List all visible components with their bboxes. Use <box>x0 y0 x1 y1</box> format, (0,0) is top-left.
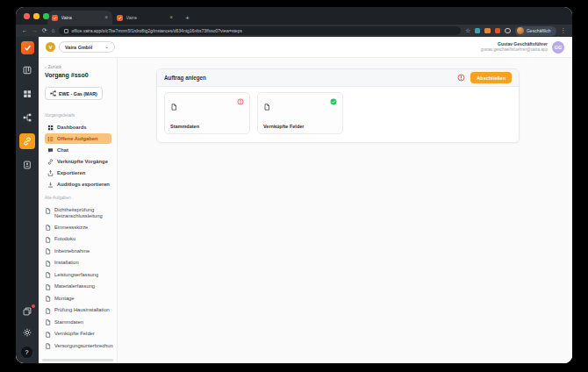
new-tab-button[interactable] <box>182 12 193 24</box>
close-tab-icon[interactable] <box>169 15 173 21</box>
tab-title: Vaira <box>61 15 102 20</box>
tab-list: Vaira Vaira <box>47 11 193 25</box>
help-button[interactable] <box>20 346 33 359</box>
tab-vaira-inactive[interactable]: Vaira <box>112 11 177 25</box>
forward-icon[interactable] <box>32 28 39 34</box>
task-item[interactable]: Leistungserfassung <box>45 269 113 282</box>
rail-updates-button[interactable] <box>19 304 35 319</box>
task-item[interactable]: Materialerfassung <box>45 281 113 293</box>
document-icon <box>170 104 177 111</box>
back-label: Zurück <box>48 64 61 69</box>
card-label: Vernküpfte Felder <box>263 124 304 129</box>
rail-contacts-button[interactable] <box>19 157 35 173</box>
profile-label: Geschäftlich <box>527 28 551 33</box>
process-title: Vorgang #sso0 <box>45 72 113 78</box>
rail-settings-button[interactable] <box>19 325 35 340</box>
apps-grid-icon <box>23 89 32 98</box>
task-card-vernkuepfte-felder[interactable]: Vernküpfte Felder <box>257 92 343 134</box>
back-icon[interactable] <box>22 28 28 34</box>
task-item[interactable]: Einmessskizze <box>45 222 113 234</box>
step-panel: Auftrag anlegen Abschließen Stammdaten <box>156 68 520 143</box>
org-avatar: V <box>46 42 55 52</box>
document-icon <box>45 296 51 302</box>
site-info-icon[interactable] <box>64 29 68 33</box>
extension-icon[interactable] <box>484 28 491 34</box>
sidebar: Zurück Vorgang #sso0 EWE - Gas (MAR) Vor… <box>39 58 118 363</box>
document-icon <box>45 332 51 338</box>
bookmark-star-icon[interactable] <box>465 28 470 34</box>
task-item[interactable]: Montage <box>45 293 113 305</box>
browser-menu-icon[interactable] <box>561 28 567 34</box>
user-avatar[interactable]: GG <box>552 41 564 54</box>
browser-profile-chip[interactable]: Geschäftlich <box>515 26 556 36</box>
extension-icon[interactable] <box>505 28 511 34</box>
maximize-window-button[interactable] <box>43 13 49 19</box>
gear-icon <box>23 328 32 337</box>
document-icon <box>45 272 51 278</box>
reload-icon[interactable] <box>42 28 47 34</box>
error-exclamation-icon <box>457 74 465 82</box>
document-icon <box>45 225 51 231</box>
address-bar[interactable]: office.vaira.app/o/c7be7mnm5f1rdro8tg2g/… <box>59 26 461 35</box>
org-select[interactable]: Vaira GmbH <box>59 41 115 53</box>
notification-badge <box>32 304 35 308</box>
sidebar-item-exportieren[interactable]: Exportieren <box>45 168 111 178</box>
sidebar-item-chat[interactable]: Chat <box>45 145 111 155</box>
home-icon[interactable] <box>51 28 54 34</box>
sidebar-item-auditlogs[interactable]: Auditlogs exportieren <box>45 179 111 190</box>
process-type-chip[interactable]: EWE - Gas (MAR) <box>45 87 103 100</box>
document-icon <box>45 284 51 290</box>
rail-apps-button[interactable] <box>19 86 35 102</box>
document-icon <box>45 319 51 326</box>
complete-button[interactable]: Abschließen <box>470 72 512 83</box>
task-item[interactable]: Stammdaten <box>45 317 113 329</box>
app-header: V Vaira GmbH Gustav Geschäftsführer gust… <box>39 37 572 58</box>
link-icon <box>23 137 32 146</box>
document-icon <box>263 104 270 111</box>
rail-kanban-button[interactable] <box>19 62 35 78</box>
close-tab-icon[interactable] <box>104 15 108 21</box>
panel-header: Auftrag anlegen Abschließen <box>157 69 519 87</box>
task-item[interactable]: Inbetriebnahme <box>45 246 113 258</box>
browser-tabstrip: Vaira Vaira <box>16 7 572 25</box>
export-icon <box>47 170 54 176</box>
section-label-tasks: Alle Aufgaben <box>45 196 113 200</box>
vaira-logo[interactable] <box>21 41 34 54</box>
link-icon <box>47 159 54 165</box>
sidebar-item-dashboards[interactable]: Dashboards <box>45 122 111 132</box>
chevron-left-icon <box>45 64 47 69</box>
document-icon <box>45 208 51 214</box>
close-window-button[interactable] <box>24 13 30 19</box>
document-icon <box>45 343 51 349</box>
chat-icon <box>47 147 54 154</box>
rail-processes-button-active[interactable] <box>19 133 35 149</box>
main-content: Auftrag anlegen Abschließen Stammdaten <box>118 58 572 363</box>
task-item[interactable]: Installation <box>45 257 113 269</box>
task-item[interactable]: Fotodoku <box>45 233 113 246</box>
document-icon <box>45 308 51 314</box>
download-icon <box>47 182 54 188</box>
task-item[interactable]: Dichtheitsprüfung Netzanschlussleitung <box>45 204 113 222</box>
document-icon <box>45 237 51 243</box>
tab-vaira-active[interactable]: Vaira <box>47 11 112 25</box>
updates-icon <box>23 307 32 316</box>
task-card-stammdaten[interactable]: Stammdaten <box>164 92 250 134</box>
kanban-icon <box>23 66 32 75</box>
user-info: Gustav Geschäftsführer gustav.geschaefts… <box>481 41 548 53</box>
vaira-favicon-icon <box>52 15 58 21</box>
sidebar-item-verknuepfte-vorgaenge[interactable]: Verknüpfte Vorgänge <box>45 156 111 167</box>
success-check-icon <box>330 98 337 105</box>
minimize-window-button[interactable] <box>33 13 39 19</box>
sidebar-scrollbar[interactable] <box>42 359 113 361</box>
document-icon <box>45 261 51 267</box>
icon-rail <box>16 37 39 363</box>
sidebar-item-offene-aufgaben[interactable]: Offene Aufgaben <box>45 133 111 144</box>
browser-window: Vaira Vaira office.vaira.app/o/c7be7mnm5… <box>16 7 572 363</box>
task-item[interactable]: Versorgungsunterbrechung <box>45 340 113 353</box>
extension-icon[interactable] <box>475 28 481 34</box>
task-item[interactable]: Prüfung Hausinstallation <box>45 304 113 317</box>
rail-network-button[interactable] <box>19 110 35 125</box>
back-link[interactable]: Zurück <box>45 64 113 69</box>
task-item[interactable]: Vernküpfte Felder <box>45 328 113 340</box>
extension-icon[interactable] <box>495 28 501 34</box>
